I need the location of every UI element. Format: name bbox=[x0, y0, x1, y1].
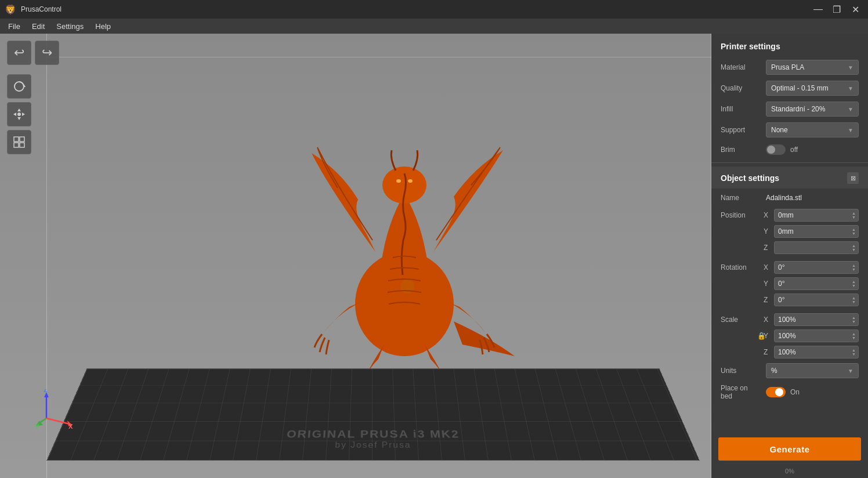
rotate-tool-button[interactable] bbox=[7, 74, 31, 99]
redo-button[interactable]: ↪ bbox=[35, 41, 59, 65]
pos-x-arrows: ▲ ▼ bbox=[851, 209, 857, 221]
rot-z-down[interactable]: ▼ bbox=[851, 300, 857, 304]
rot-x-up[interactable]: ▲ bbox=[851, 263, 857, 267]
infill-row: Infill Standardní - 20% ▼ bbox=[711, 99, 868, 119]
scale-y-row: 🔒 Y 100% ▲ ▼ bbox=[711, 328, 868, 344]
brim-toggle[interactable] bbox=[766, 144, 786, 155]
scale-x-axis-label: X bbox=[764, 316, 772, 324]
pos-z-down[interactable]: ▼ bbox=[851, 248, 857, 252]
pos-z-up[interactable]: ▲ bbox=[851, 244, 857, 248]
brim-toggle-container: off bbox=[766, 144, 859, 155]
pos-z-spinbox[interactable]: ▲ ▼ bbox=[774, 241, 859, 254]
divider-1 bbox=[711, 162, 868, 163]
move-tool-button[interactable] bbox=[7, 102, 31, 126]
units-value: % bbox=[771, 367, 777, 375]
rot-x-down[interactable]: ▼ bbox=[851, 267, 857, 271]
quality-label: Quality bbox=[721, 84, 761, 92]
scale-x-down[interactable]: ▼ bbox=[851, 320, 857, 324]
rot-x-spinbox[interactable]: 0° ▲ ▼ bbox=[774, 261, 859, 274]
close-button[interactable]: ✕ bbox=[847, 2, 863, 16]
pos-y-axis-label: Y bbox=[764, 227, 772, 236]
support-dropdown[interactable]: None ▼ bbox=[766, 122, 859, 137]
scale-x-spinbox[interactable]: 100% ▲ ▼ bbox=[774, 313, 859, 326]
generate-button[interactable]: Generate bbox=[718, 437, 861, 461]
position-x-row: Position X 0mm ▲ ▼ bbox=[711, 207, 868, 223]
svg-marker-3 bbox=[17, 108, 21, 111]
pos-y-spinbox[interactable]: 0mm ▲ ▼ bbox=[774, 225, 859, 238]
grid-icon bbox=[13, 136, 26, 149]
support-row: Support None ▼ bbox=[711, 119, 868, 140]
app-icon: 🦁 bbox=[5, 4, 16, 15]
move-icon bbox=[13, 108, 26, 121]
toolbar-side bbox=[7, 74, 31, 154]
menu-help[interactable]: Help bbox=[89, 21, 117, 32]
quality-row: Quality Optimal - 0.15 mm ▼ bbox=[711, 78, 868, 99]
scale-x-up[interactable]: ▲ bbox=[851, 316, 857, 320]
quality-value: Optimal - 0.15 mm bbox=[771, 84, 829, 92]
rot-x-arrows: ▲ ▼ bbox=[851, 262, 857, 273]
menu-settings[interactable]: Settings bbox=[50, 21, 89, 32]
material-dropdown-arrow: ▼ bbox=[848, 64, 853, 71]
rot-y-axis-label: Y bbox=[764, 280, 772, 288]
scale-y-up[interactable]: ▲ bbox=[851, 332, 857, 336]
obj-name-label: Name bbox=[721, 194, 761, 202]
pos-x-spinbox[interactable]: 0mm ▲ ▼ bbox=[774, 209, 859, 222]
rot-z-up[interactable]: ▲ bbox=[851, 296, 857, 300]
app-title: PrusaControl bbox=[21, 5, 805, 13]
main-layout: ↩ ↪ bbox=[0, 34, 868, 478]
progress-label: 0% bbox=[718, 468, 861, 475]
rot-y-value: 0° bbox=[778, 280, 784, 288]
support-dropdown-arrow: ▼ bbox=[848, 127, 853, 133]
scale-z-row: Z 100% ▲ ▼ bbox=[711, 344, 868, 360]
pos-x-down[interactable]: ▼ bbox=[851, 215, 857, 219]
progress-bar-area: 0% bbox=[711, 465, 868, 478]
infill-dropdown-arrow: ▼ bbox=[848, 106, 853, 113]
rot-z-spinbox[interactable]: 0° ▲ ▼ bbox=[774, 294, 859, 306]
undo-button[interactable]: ↩ bbox=[7, 41, 31, 65]
pos-y-up[interactable]: ▲ bbox=[851, 227, 857, 231]
scale-y-spinbox[interactable]: 100% ▲ ▼ bbox=[774, 329, 859, 342]
pos-y-arrows: ▲ ▼ bbox=[851, 226, 857, 237]
rot-y-spinbox[interactable]: 0° ▲ ▼ bbox=[774, 277, 859, 290]
support-value: None bbox=[771, 126, 788, 134]
material-label: Material bbox=[721, 63, 761, 71]
scale-z-up[interactable]: ▲ bbox=[851, 348, 857, 352]
pos-x-axis-label: X bbox=[764, 211, 772, 219]
place-on-bed-toggle-label: On bbox=[790, 388, 800, 396]
rot-z-axis-label: Z bbox=[764, 296, 772, 304]
svg-line-19 bbox=[46, 418, 70, 424]
scale-lock-icon[interactable]: 🔒 bbox=[757, 331, 766, 341]
guide-line-right bbox=[711, 34, 711, 478]
quality-dropdown[interactable]: Optimal - 0.15 mm ▼ bbox=[766, 81, 859, 96]
infill-dropdown[interactable]: Standardní - 20% ▼ bbox=[766, 102, 859, 117]
material-dropdown[interactable]: Prusa PLA ▼ bbox=[766, 60, 859, 75]
rot-y-up[interactable]: ▲ bbox=[851, 280, 857, 284]
maximize-button[interactable]: ❐ bbox=[829, 2, 845, 16]
svg-point-14 bbox=[408, 179, 413, 183]
svg-point-13 bbox=[396, 179, 401, 183]
pos-x-up[interactable]: ▲ bbox=[851, 211, 857, 215]
scale-z-down[interactable]: ▼ bbox=[851, 352, 857, 356]
name-row: Name Adalinda.stl bbox=[711, 189, 868, 207]
place-on-bed-row: Place on bed On bbox=[711, 381, 868, 403]
place-on-bed-toggle[interactable] bbox=[766, 387, 786, 397]
scale-y-down[interactable]: ▼ bbox=[851, 336, 857, 340]
rot-y-down[interactable]: ▼ bbox=[851, 284, 857, 288]
pos-y-down[interactable]: ▼ bbox=[851, 231, 857, 236]
minimize-button[interactable]: — bbox=[810, 2, 826, 16]
units-dropdown[interactable]: % ▼ bbox=[766, 363, 859, 378]
bed-label: ORIGINAL PRUSA i3 MK2 by Josef Prusa bbox=[285, 428, 461, 450]
object-settings-expand-btn[interactable]: ⊠ bbox=[847, 172, 859, 184]
menu-file[interactable]: File bbox=[2, 21, 26, 32]
rot-z-arrows: ▲ ▼ bbox=[851, 294, 857, 306]
3d-viewport[interactable]: ↩ ↪ bbox=[0, 34, 711, 478]
scale-z-spinbox[interactable]: 100% ▲ ▼ bbox=[774, 346, 859, 358]
grid-tool-button[interactable] bbox=[7, 130, 31, 154]
units-row: Units % ▼ bbox=[711, 360, 868, 381]
object-settings-title: Object settings bbox=[721, 173, 779, 183]
position-label: Position bbox=[721, 211, 761, 219]
scale-z-axis-label: Z bbox=[764, 348, 772, 356]
svg-marker-6 bbox=[22, 113, 25, 116]
toolbar-undo-redo: ↩ ↪ bbox=[7, 41, 59, 65]
menu-edit[interactable]: Edit bbox=[26, 21, 50, 32]
